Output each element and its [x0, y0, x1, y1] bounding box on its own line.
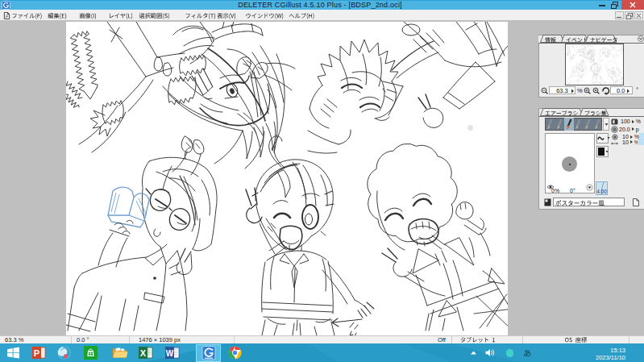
svg-text:P: P	[34, 348, 39, 358]
svg-text:X: X	[140, 348, 147, 358]
svg-text:W: W	[166, 349, 174, 358]
